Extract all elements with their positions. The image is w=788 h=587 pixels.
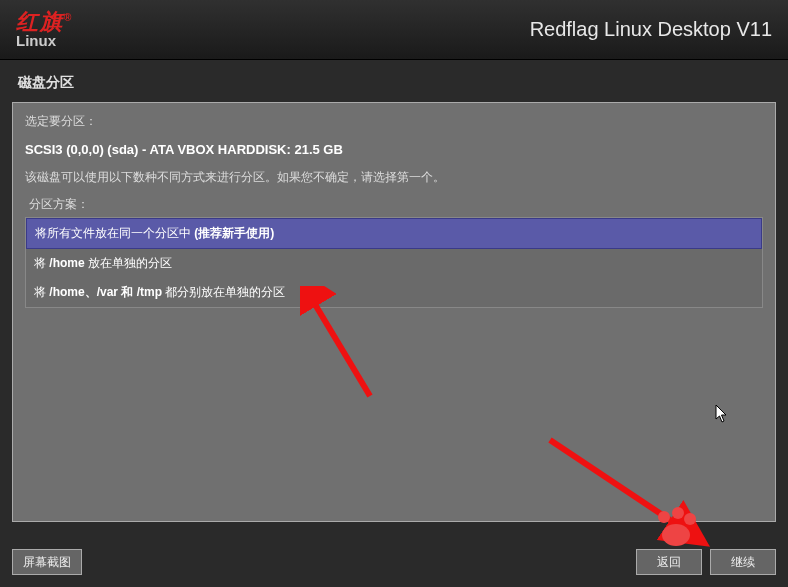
svg-point-7 (662, 524, 690, 546)
option-all-in-one[interactable]: 将所有文件放在同一个分区中 (推荐新手使用) (26, 218, 762, 249)
screenshot-button[interactable]: 屏幕截图 (12, 549, 82, 575)
options-list: 将所有文件放在同一个分区中 (推荐新手使用) 将 /home 放在单独的分区 将… (25, 217, 763, 308)
header: 红旗® Linux Redflag Linux Desktop V11 (0, 0, 788, 60)
back-button[interactable]: 返回 (636, 549, 702, 575)
section-title: 磁盘分区 (0, 60, 788, 102)
hint-text: 该磁盘可以使用以下数种不同方式来进行分区。如果您不确定，请选择第一个。 (25, 169, 763, 186)
option-separate-home[interactable]: 将 /home 放在单独的分区 (26, 249, 762, 278)
logo: 红旗® Linux (16, 11, 73, 48)
scheme-label: 分区方案： (25, 196, 763, 213)
option-separate-all[interactable]: 将 /home、/var 和 /tmp 都分别放在单独的分区 (26, 278, 762, 307)
logo-en-text: Linux (16, 33, 73, 48)
continue-button[interactable]: 继续 (710, 549, 776, 575)
logo-cn-text: 红旗® (16, 11, 73, 33)
app-title: Redflag Linux Desktop V11 (530, 18, 772, 41)
footer: 屏幕截图 返回 继续 (12, 549, 776, 575)
select-partition-label: 选定要分区： (25, 113, 763, 130)
disk-name: SCSI3 (0,0,0) (sda) - ATA VBOX HARDDISK:… (25, 142, 763, 157)
partition-panel: 选定要分区： SCSI3 (0,0,0) (sda) - ATA VBOX HA… (12, 102, 776, 522)
